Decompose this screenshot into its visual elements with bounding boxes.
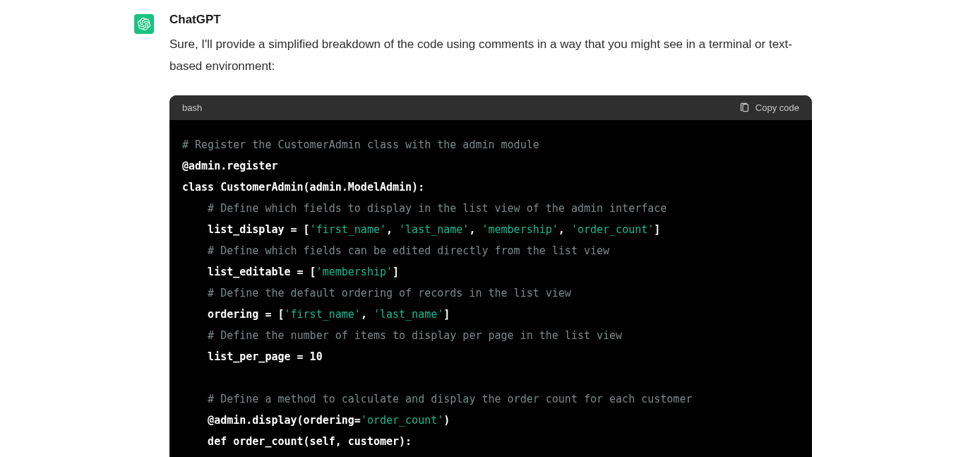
code-token: ]	[443, 308, 450, 321]
code-token: ]	[393, 266, 399, 278]
code-token: list_per_page = 10	[182, 350, 323, 363]
chatgpt-icon	[138, 18, 150, 30]
code-token: @admin.register	[182, 160, 277, 172]
code-token: # Define which fields to display in the …	[182, 202, 667, 215]
copy-code-label: Copy code	[755, 102, 799, 113]
svg-rect-0	[743, 105, 748, 112]
intro-text: Sure, I'll provide a simplified breakdow…	[169, 34, 812, 77]
copy-code-button[interactable]: Copy code	[739, 102, 799, 113]
code-token: # Define the default ordering of records…	[182, 287, 571, 299]
code-token: def order_count(self, customer):	[182, 435, 412, 448]
code-token: @admin.display(ordering=	[182, 414, 361, 427]
code-token: ,	[361, 308, 374, 321]
code-token: 'first_name'	[310, 223, 386, 236]
clipboard-icon	[739, 102, 750, 113]
code-token: 'membership'	[482, 223, 558, 236]
avatar	[134, 14, 154, 34]
code-token: ]	[654, 223, 660, 236]
code-token: ,	[469, 223, 482, 236]
code-token: ,	[558, 223, 571, 236]
code-token: 'last_name'	[374, 308, 443, 321]
code-header: bash Copy code	[169, 95, 812, 120]
code-token: 'order_count'	[361, 414, 443, 427]
code-block: bash Copy code # Register the CustomerAd…	[169, 95, 812, 457]
code-token: list_editable = [	[182, 266, 316, 278]
code-token: ,	[386, 223, 399, 236]
author-name: ChatGPT	[169, 13, 812, 27]
code-token: list_display = [	[182, 223, 310, 236]
code-token: 'membership'	[316, 266, 393, 278]
code-token: # Register the CustomerAdmin class with …	[182, 138, 539, 151]
code-token: CustomerAdmin(admin.ModelAdmin):	[214, 181, 424, 194]
code-token: )	[443, 414, 450, 427]
code-token: # Define the number of items to display …	[182, 329, 622, 342]
code-body[interactable]: # Register the CustomerAdmin class with …	[169, 120, 812, 457]
code-token: class	[182, 181, 214, 194]
message-content: ChatGPT Sure, I'll provide a simplified …	[169, 13, 812, 457]
message-container: ChatGPT Sure, I'll provide a simplified …	[0, 0, 980, 457]
code-language-label: bash	[182, 102, 202, 113]
code-token: # Define a method to calculate and displ…	[182, 393, 692, 405]
code-token: 'order_count'	[571, 223, 654, 236]
code-token: # Define which fields can be edited dire…	[182, 244, 609, 257]
code-token: ordering = [	[182, 308, 285, 321]
code-token: 'first_name'	[285, 308, 361, 321]
code-token: 'last_name'	[399, 223, 469, 236]
